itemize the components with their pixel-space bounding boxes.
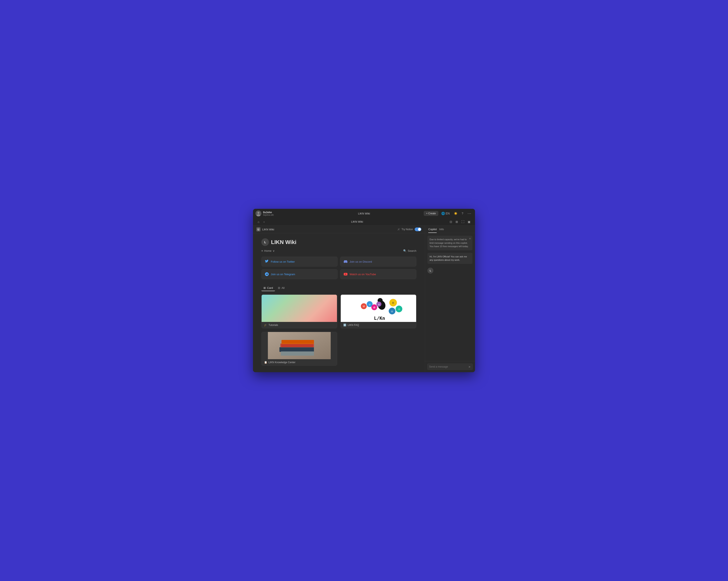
search-label: Search	[408, 249, 416, 253]
user-address: 0xjohnx.eth	[263, 214, 274, 216]
telegram-link[interactable]: Join us on Telegram	[261, 269, 338, 279]
content-area: L LIKN Wiki 𝓝 Try Notion	[253, 226, 425, 372]
nav-bar: ⌂ ‹ LIKN Wiki ⊡ ⊞ ⛶ ▣	[253, 218, 475, 226]
language-button[interactable]: 🌐 EN	[440, 211, 451, 216]
faq-card[interactable]: M ◎ ✿ ⊞ R ◎	[341, 294, 416, 328]
wiki-brand-label: LIKN Wiki	[262, 228, 274, 231]
back-nav-button[interactable]: ‹	[262, 219, 266, 224]
help-button[interactable]: ?	[460, 211, 465, 216]
copilot-sidebar: Copilot Info Due to limited capacity, we…	[425, 226, 475, 372]
tutorials-card[interactable]: 🎓 Tutorials	[261, 294, 337, 328]
all-view-icon: ⊟	[278, 286, 280, 289]
tab-card-label: Card	[267, 286, 273, 289]
faq-label: ℹ️ LIKN FAQ	[341, 322, 416, 328]
svg-text:R: R	[392, 301, 394, 305]
user-text: 0xJohn 0xjohnx.eth	[263, 211, 274, 216]
nav-title: LIKN Wiki	[267, 220, 447, 223]
svg-text:L: L	[264, 240, 266, 244]
twitter-link[interactable]: Follow us on Twitter	[261, 257, 338, 267]
tab-card[interactable]: ⊞ Card	[261, 285, 275, 291]
svg-text:⊙: ⊙	[398, 308, 400, 310]
wiki-header: L LIKN Wiki 𝓝 Try Notion	[253, 226, 425, 233]
try-notion-label: Try Notion	[401, 228, 413, 231]
send-button[interactable]: ➤	[468, 365, 471, 368]
knowledge-text: LIKN Knowledge Center	[268, 361, 295, 364]
wiki-brand-icon: L	[256, 227, 261, 232]
card-view-icon: ⊞	[263, 286, 266, 289]
page-title-center: LIKN Wiki	[358, 212, 370, 215]
home-menu[interactable]: ≡ Home ∨	[261, 249, 275, 253]
svg-rect-27	[282, 340, 314, 344]
knowledge-icon: 📋	[264, 361, 267, 364]
knowledge-label: 📋 LIKN Knowledge Center	[262, 359, 337, 366]
tutorials-label: 🎓 Tutorials	[262, 322, 337, 328]
more-button[interactable]: ⋯	[466, 210, 472, 216]
copilot-input-wrap: ➤	[427, 363, 473, 370]
notice-banner: Due to limited capacity, we've had to li…	[427, 236, 472, 250]
copilot-messages: Due to limited capacity, we've had to li…	[425, 233, 475, 361]
svg-rect-28	[279, 347, 314, 352]
notice-close-button[interactable]: ×	[469, 237, 471, 240]
tab-info[interactable]: Info	[439, 228, 444, 233]
copilot-input-area: ➤	[425, 361, 475, 372]
username: 0xJohn	[263, 211, 274, 214]
youtube-label: Watch us on YouTube	[349, 273, 376, 276]
notion-icon: 𝓝	[397, 228, 400, 231]
svg-text:L: L	[258, 229, 259, 231]
telegram-label: Join us on Telegram	[271, 273, 295, 276]
twitter-label: Follow us on Twitter	[271, 260, 295, 263]
bot-avatar: L	[427, 268, 433, 273]
try-notion-button[interactable]: 𝓝 Try Notion	[397, 228, 413, 231]
nav-icon-3[interactable]: ⛶	[460, 219, 466, 224]
youtube-link[interactable]: Watch us on YouTube	[340, 269, 416, 279]
home-icon: ⌂	[258, 220, 259, 223]
chevron-down-icon: ∨	[273, 249, 275, 253]
faq-text: LIKN FAQ	[348, 324, 359, 326]
svg-text:M: M	[363, 305, 365, 308]
sun-icon: ☀️	[454, 212, 458, 215]
bot-message-text: Hi, I'm LIKN Official! You can ask me an…	[430, 255, 467, 261]
wiki-logo-icon: L	[261, 238, 269, 246]
nav-icon-1[interactable]: ⊡	[448, 219, 453, 224]
nav-icon-4[interactable]: ▣	[466, 219, 472, 224]
top-bar-actions: + Create 🌐 EN ☀️ ? ⋯	[424, 210, 473, 216]
wiki-content: L LIKN Wiki ≡ Home ∨ 🔍 Search	[253, 233, 425, 372]
home-label: Home	[264, 249, 271, 253]
search-icon: 🔍	[403, 249, 407, 253]
search-button[interactable]: 🔍 Search	[403, 249, 416, 253]
social-links-grid: Follow us on Twitter Join us on Discord	[261, 257, 416, 279]
svg-text:✿: ✿	[373, 306, 375, 309]
copilot-message-input[interactable]	[429, 365, 467, 368]
user-info[interactable]: 0xJohn 0xjohnx.eth	[256, 211, 274, 216]
svg-text:⊞: ⊞	[378, 303, 380, 306]
copilot-tab-label: Copilot	[428, 228, 437, 231]
svg-point-1	[257, 212, 259, 214]
faq-thumbnail: M ◎ ✿ ⊞ R ◎	[341, 295, 416, 322]
create-button[interactable]: + Create	[424, 211, 438, 216]
home-nav-button[interactable]: ⌂	[256, 219, 261, 224]
main-layout: L LIKN Wiki 𝓝 Try Notion	[253, 226, 475, 372]
tutorials-thumbnail	[262, 295, 337, 322]
svg-text:◎: ◎	[391, 310, 393, 313]
nav-right-icons: ⊡ ⊞ ⛶ ▣	[448, 219, 472, 224]
tab-all[interactable]: ⊟ All	[276, 285, 287, 291]
wiki-main-title: LIKN Wiki	[271, 239, 296, 245]
tutorials-text: Tutorials	[268, 324, 278, 326]
app-window: 0xJohn 0xjohnx.eth LIKN Wiki + Create 🌐 …	[253, 209, 475, 372]
nav-icon-2[interactable]: ⊞	[454, 219, 459, 224]
bot-message: Hi, I'm LIKN Official! You can ask me an…	[427, 253, 472, 264]
copilot-tabs: Copilot Info	[425, 226, 475, 233]
cards-grid: 🎓 Tutorials	[261, 294, 416, 366]
faq-icon: ℹ️	[343, 324, 346, 326]
view-tabs: ⊞ Card ⊟ All	[261, 285, 416, 291]
toggle-knob	[418, 228, 421, 231]
tutorials-icon: 🎓	[264, 324, 267, 326]
knowledge-card[interactable]: 📋 LIKN Knowledge Center	[261, 332, 337, 366]
knowledge-thumbnail	[262, 332, 337, 359]
tab-copilot[interactable]: Copilot	[428, 228, 437, 233]
try-notion-toggle[interactable]	[415, 228, 421, 231]
discord-link[interactable]: Join us on Discord	[340, 257, 416, 267]
theme-button[interactable]: ☀️	[452, 211, 459, 216]
back-icon: ‹	[263, 220, 264, 223]
info-tab-label: Info	[439, 228, 444, 231]
